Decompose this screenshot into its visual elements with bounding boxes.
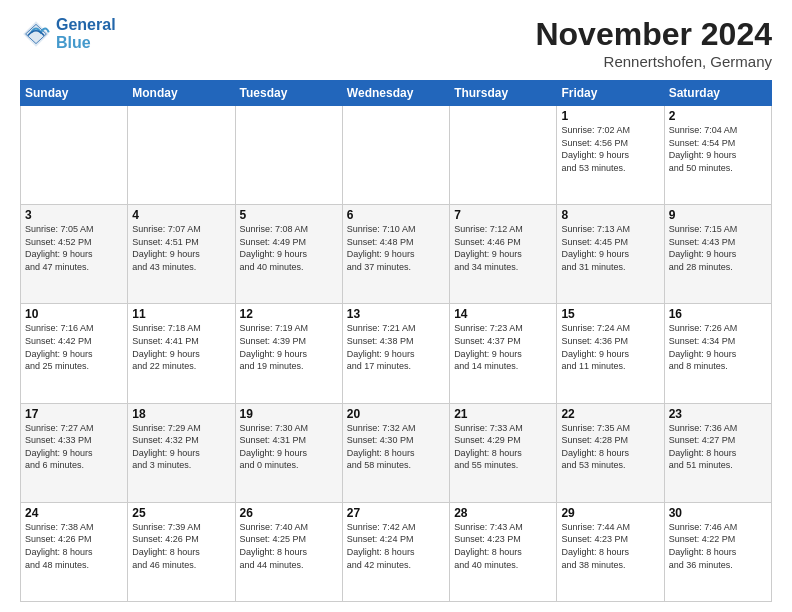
day-number: 25 — [132, 506, 230, 520]
logo-text: General Blue — [56, 16, 116, 51]
day-cell — [450, 106, 557, 205]
day-cell — [128, 106, 235, 205]
day-info: Sunrise: 7:13 AM Sunset: 4:45 PM Dayligh… — [561, 223, 659, 273]
day-cell: 21Sunrise: 7:33 AM Sunset: 4:29 PM Dayli… — [450, 403, 557, 502]
day-number: 12 — [240, 307, 338, 321]
day-cell: 11Sunrise: 7:18 AM Sunset: 4:41 PM Dayli… — [128, 304, 235, 403]
day-info: Sunrise: 7:26 AM Sunset: 4:34 PM Dayligh… — [669, 322, 767, 372]
day-cell — [342, 106, 449, 205]
day-number: 13 — [347, 307, 445, 321]
week-row-0: 1Sunrise: 7:02 AM Sunset: 4:56 PM Daylig… — [21, 106, 772, 205]
day-info: Sunrise: 7:19 AM Sunset: 4:39 PM Dayligh… — [240, 322, 338, 372]
day-cell: 24Sunrise: 7:38 AM Sunset: 4:26 PM Dayli… — [21, 502, 128, 601]
day-cell: 20Sunrise: 7:32 AM Sunset: 4:30 PM Dayli… — [342, 403, 449, 502]
day-number: 24 — [25, 506, 123, 520]
day-info: Sunrise: 7:30 AM Sunset: 4:31 PM Dayligh… — [240, 422, 338, 472]
day-cell: 5Sunrise: 7:08 AM Sunset: 4:49 PM Daylig… — [235, 205, 342, 304]
day-info: Sunrise: 7:42 AM Sunset: 4:24 PM Dayligh… — [347, 521, 445, 571]
day-info: Sunrise: 7:39 AM Sunset: 4:26 PM Dayligh… — [132, 521, 230, 571]
day-number: 9 — [669, 208, 767, 222]
day-info: Sunrise: 7:40 AM Sunset: 4:25 PM Dayligh… — [240, 521, 338, 571]
calendar: Sunday Monday Tuesday Wednesday Thursday… — [20, 80, 772, 602]
day-cell: 12Sunrise: 7:19 AM Sunset: 4:39 PM Dayli… — [235, 304, 342, 403]
header-thursday: Thursday — [450, 81, 557, 106]
day-info: Sunrise: 7:16 AM Sunset: 4:42 PM Dayligh… — [25, 322, 123, 372]
day-cell: 3Sunrise: 7:05 AM Sunset: 4:52 PM Daylig… — [21, 205, 128, 304]
day-cell: 16Sunrise: 7:26 AM Sunset: 4:34 PM Dayli… — [664, 304, 771, 403]
day-cell: 15Sunrise: 7:24 AM Sunset: 4:36 PM Dayli… — [557, 304, 664, 403]
day-info: Sunrise: 7:38 AM Sunset: 4:26 PM Dayligh… — [25, 521, 123, 571]
month-title: November 2024 — [535, 16, 772, 53]
day-number: 6 — [347, 208, 445, 222]
day-cell — [21, 106, 128, 205]
day-number: 14 — [454, 307, 552, 321]
header-monday: Monday — [128, 81, 235, 106]
day-number: 4 — [132, 208, 230, 222]
day-info: Sunrise: 7:43 AM Sunset: 4:23 PM Dayligh… — [454, 521, 552, 571]
day-number: 17 — [25, 407, 123, 421]
day-number: 22 — [561, 407, 659, 421]
day-cell: 2Sunrise: 7:04 AM Sunset: 4:54 PM Daylig… — [664, 106, 771, 205]
day-number: 15 — [561, 307, 659, 321]
day-info: Sunrise: 7:15 AM Sunset: 4:43 PM Dayligh… — [669, 223, 767, 273]
day-info: Sunrise: 7:18 AM Sunset: 4:41 PM Dayligh… — [132, 322, 230, 372]
day-info: Sunrise: 7:23 AM Sunset: 4:37 PM Dayligh… — [454, 322, 552, 372]
day-cell: 19Sunrise: 7:30 AM Sunset: 4:31 PM Dayli… — [235, 403, 342, 502]
location: Rennertshofen, Germany — [535, 53, 772, 70]
logo: General Blue — [20, 16, 116, 51]
header-tuesday: Tuesday — [235, 81, 342, 106]
day-cell: 14Sunrise: 7:23 AM Sunset: 4:37 PM Dayli… — [450, 304, 557, 403]
day-info: Sunrise: 7:24 AM Sunset: 4:36 PM Dayligh… — [561, 322, 659, 372]
day-cell: 28Sunrise: 7:43 AM Sunset: 4:23 PM Dayli… — [450, 502, 557, 601]
header-saturday: Saturday — [664, 81, 771, 106]
day-cell: 13Sunrise: 7:21 AM Sunset: 4:38 PM Dayli… — [342, 304, 449, 403]
day-number: 19 — [240, 407, 338, 421]
day-info: Sunrise: 7:46 AM Sunset: 4:22 PM Dayligh… — [669, 521, 767, 571]
day-info: Sunrise: 7:02 AM Sunset: 4:56 PM Dayligh… — [561, 124, 659, 174]
day-cell: 8Sunrise: 7:13 AM Sunset: 4:45 PM Daylig… — [557, 205, 664, 304]
day-number: 30 — [669, 506, 767, 520]
day-number: 10 — [25, 307, 123, 321]
header-sunday: Sunday — [21, 81, 128, 106]
weekday-header-row: Sunday Monday Tuesday Wednesday Thursday… — [21, 81, 772, 106]
day-number: 18 — [132, 407, 230, 421]
day-number: 26 — [240, 506, 338, 520]
day-cell: 17Sunrise: 7:27 AM Sunset: 4:33 PM Dayli… — [21, 403, 128, 502]
logo-icon — [20, 18, 52, 50]
day-cell: 9Sunrise: 7:15 AM Sunset: 4:43 PM Daylig… — [664, 205, 771, 304]
header: General Blue November 2024 Rennertshofen… — [20, 16, 772, 70]
day-number: 2 — [669, 109, 767, 123]
day-info: Sunrise: 7:33 AM Sunset: 4:29 PM Dayligh… — [454, 422, 552, 472]
day-cell — [235, 106, 342, 205]
header-wednesday: Wednesday — [342, 81, 449, 106]
day-number: 8 — [561, 208, 659, 222]
day-info: Sunrise: 7:21 AM Sunset: 4:38 PM Dayligh… — [347, 322, 445, 372]
svg-marker-0 — [23, 21, 49, 47]
day-number: 21 — [454, 407, 552, 421]
day-number: 28 — [454, 506, 552, 520]
day-number: 11 — [132, 307, 230, 321]
day-number: 16 — [669, 307, 767, 321]
header-friday: Friday — [557, 81, 664, 106]
day-info: Sunrise: 7:12 AM Sunset: 4:46 PM Dayligh… — [454, 223, 552, 273]
day-info: Sunrise: 7:04 AM Sunset: 4:54 PM Dayligh… — [669, 124, 767, 174]
day-cell: 26Sunrise: 7:40 AM Sunset: 4:25 PM Dayli… — [235, 502, 342, 601]
day-info: Sunrise: 7:29 AM Sunset: 4:32 PM Dayligh… — [132, 422, 230, 472]
day-cell: 30Sunrise: 7:46 AM Sunset: 4:22 PM Dayli… — [664, 502, 771, 601]
day-cell: 10Sunrise: 7:16 AM Sunset: 4:42 PM Dayli… — [21, 304, 128, 403]
day-info: Sunrise: 7:27 AM Sunset: 4:33 PM Dayligh… — [25, 422, 123, 472]
day-number: 23 — [669, 407, 767, 421]
day-info: Sunrise: 7:36 AM Sunset: 4:27 PM Dayligh… — [669, 422, 767, 472]
day-info: Sunrise: 7:07 AM Sunset: 4:51 PM Dayligh… — [132, 223, 230, 273]
day-cell: 7Sunrise: 7:12 AM Sunset: 4:46 PM Daylig… — [450, 205, 557, 304]
page: General Blue November 2024 Rennertshofen… — [0, 0, 792, 612]
day-info: Sunrise: 7:08 AM Sunset: 4:49 PM Dayligh… — [240, 223, 338, 273]
day-cell: 18Sunrise: 7:29 AM Sunset: 4:32 PM Dayli… — [128, 403, 235, 502]
day-info: Sunrise: 7:32 AM Sunset: 4:30 PM Dayligh… — [347, 422, 445, 472]
day-number: 3 — [25, 208, 123, 222]
day-cell: 4Sunrise: 7:07 AM Sunset: 4:51 PM Daylig… — [128, 205, 235, 304]
day-cell: 6Sunrise: 7:10 AM Sunset: 4:48 PM Daylig… — [342, 205, 449, 304]
week-row-3: 17Sunrise: 7:27 AM Sunset: 4:33 PM Dayli… — [21, 403, 772, 502]
day-cell: 25Sunrise: 7:39 AM Sunset: 4:26 PM Dayli… — [128, 502, 235, 601]
day-cell: 22Sunrise: 7:35 AM Sunset: 4:28 PM Dayli… — [557, 403, 664, 502]
